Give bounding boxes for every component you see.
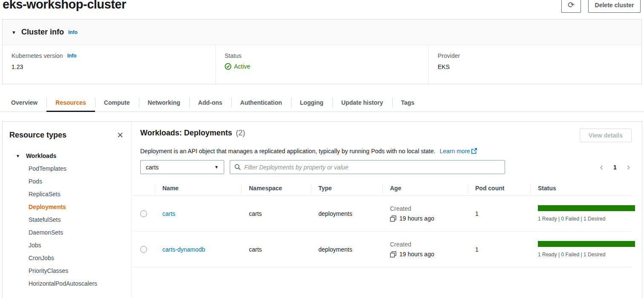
table-row: carts-dynamodb carts deployments Created…: [133, 232, 632, 267]
sidebar-item-horizontalpodautoscalers[interactable]: HorizontalPodAutoscalers: [29, 277, 124, 290]
filter-row: carts ▼ ‹ 1 ›: [140, 160, 632, 174]
namespace-filter-dropdown[interactable]: carts ▼: [140, 160, 224, 174]
column-select: [133, 181, 155, 195]
status-label: Status: [225, 52, 420, 59]
column-name: Name: [155, 181, 241, 195]
status-field: Status Active: [215, 45, 428, 84]
column-namespace: Namespace: [241, 181, 311, 195]
external-link-icon: [471, 148, 477, 154]
tab-overview[interactable]: Overview: [2, 93, 46, 112]
cell-namespace: carts: [241, 232, 311, 267]
check-circle-icon: [225, 63, 231, 70]
page-header: eks-workshop-cluster ⟳ Delete cluster: [0, 0, 644, 17]
sidebar-item-cronjobs[interactable]: CronJobs: [29, 252, 124, 264]
deployments-title: Workloads: Deployments: [140, 129, 232, 137]
sidebar-item-deployments[interactable]: Deployments: [29, 201, 124, 213]
tab-compute[interactable]: Compute: [95, 93, 139, 112]
cluster-info-header[interactable]: ▼ Cluster info Info: [3, 20, 641, 45]
sidebar-item-priorityclasses[interactable]: PriorityClasses: [29, 264, 124, 277]
column-pod-count: Pod count: [468, 181, 530, 195]
learn-more-label: Learn more: [440, 148, 471, 155]
status-value-text: Active: [234, 63, 250, 70]
page-title: eks-workshop-cluster: [3, 0, 126, 11]
cluster-info-info-link[interactable]: Info: [68, 29, 78, 35]
page-number[interactable]: 1: [613, 164, 617, 171]
age-created-label: Created: [390, 241, 411, 248]
table-header: Name Namespace Type Age Pod count Status: [133, 181, 632, 196]
deployments-description: Deployment is an API object that manages…: [140, 148, 632, 155]
cell-type: deployments: [311, 196, 382, 231]
chevron-left-icon[interactable]: ‹: [600, 163, 603, 172]
refresh-icon: ⟳: [568, 0, 575, 10]
kubernetes-version-field: Kubernetes version Info 1.23: [3, 45, 215, 84]
age-created-label: Created: [390, 205, 411, 212]
search-box[interactable]: [230, 160, 505, 174]
table-row: carts carts deployments Created 19 hours…: [133, 196, 632, 232]
search-input[interactable]: [244, 164, 500, 171]
resource-types-sidebar: Resource types ✕ ▼ Workloads PodTemplate…: [3, 122, 132, 298]
status-value: Active: [225, 63, 420, 70]
cell-type: deployments: [311, 232, 382, 267]
status-bar: [538, 205, 635, 211]
cell-namespace: carts: [241, 196, 311, 231]
row-radio-button[interactable]: [140, 210, 147, 217]
tab-resources[interactable]: Resources: [46, 93, 95, 112]
deployments-count: (2): [236, 129, 245, 137]
cell-status: 1 Ready | 0 Failed | 1 Desired: [530, 196, 632, 231]
view-details-button[interactable]: View details: [580, 129, 632, 142]
resources-panel: Resource types ✕ ▼ Workloads PodTemplate…: [2, 121, 642, 298]
status-text: 1 Ready | 0 Failed | 1 Desired: [538, 216, 605, 222]
provider-field: Provider EKS: [428, 45, 641, 84]
sidebar-item-podtemplates[interactable]: PodTemplates: [29, 162, 124, 175]
sidebar-item-replicasets[interactable]: ReplicaSets: [29, 188, 124, 201]
cell-status: 1 Ready | 0 Failed | 1 Desired: [530, 232, 632, 267]
learn-more-link[interactable]: Learn more: [440, 148, 477, 155]
chevron-down-icon[interactable]: ▼: [16, 154, 20, 158]
deployments-table: Name Namespace Type Age Pod count Status…: [133, 181, 632, 267]
cell-age: Created 19 hours ago: [382, 196, 468, 231]
copy-icon[interactable]: [390, 251, 396, 258]
kubernetes-version-info-link[interactable]: Info: [67, 53, 77, 59]
tab-tags[interactable]: Tags: [392, 93, 424, 112]
sidebar-item-daemonsets[interactable]: DaemonSets: [29, 226, 124, 239]
tab-authentication[interactable]: Authentication: [231, 93, 291, 112]
pagination: ‹ 1 ›: [600, 163, 632, 172]
chevron-right-icon[interactable]: ›: [627, 163, 630, 172]
tab-add-ons[interactable]: Add-ons: [189, 93, 231, 112]
row-radio-button[interactable]: [140, 246, 147, 253]
kubernetes-version-label: Kubernetes version Info: [12, 52, 207, 59]
dropdown-value: carts: [146, 164, 159, 171]
column-age: Age: [382, 181, 468, 195]
tab-update-history[interactable]: Update history: [332, 93, 392, 112]
column-type: Type: [311, 181, 382, 195]
cluster-info-body: Kubernetes version Info 1.23 Status Acti…: [3, 45, 641, 84]
kubernetes-version-value: 1.23: [12, 63, 207, 70]
sidebar-item-statefulsets[interactable]: StatefulSets: [29, 213, 124, 226]
refresh-button[interactable]: ⟳: [561, 0, 581, 13]
resource-tree: ▼ Workloads PodTemplates Pods ReplicaSet…: [9, 152, 124, 290]
dropdown-caret-icon: ▼: [214, 165, 219, 169]
sidebar-title: Resource types: [9, 131, 66, 140]
cell-pod-count: 1: [468, 196, 530, 231]
tree-group-label: Workloads: [26, 152, 56, 159]
cell-age: Created 19 hours ago: [382, 232, 468, 267]
copy-icon[interactable]: [390, 215, 396, 222]
sidebar-item-pods[interactable]: Pods: [29, 175, 124, 188]
deployment-link[interactable]: carts: [162, 210, 175, 217]
delete-cluster-button[interactable]: Delete cluster: [588, 0, 641, 13]
status-bar: [538, 241, 635, 247]
column-status: Status: [530, 181, 632, 195]
sidebar-item-jobs[interactable]: Jobs: [29, 239, 124, 252]
cluster-info-title: Cluster info: [21, 28, 64, 37]
kubernetes-version-label-text: Kubernetes version: [12, 52, 63, 59]
age-value: 19 hours ago: [399, 251, 434, 258]
tab-logging[interactable]: Logging: [291, 93, 332, 112]
collapse-caret-icon[interactable]: ▼: [12, 30, 16, 35]
tree-group-workloads[interactable]: ▼ Workloads: [9, 152, 124, 159]
provider-label: Provider: [438, 52, 633, 59]
close-icon[interactable]: ✕: [117, 131, 124, 139]
deployment-link[interactable]: carts-dynamodb: [162, 246, 205, 253]
cell-pod-count: 1: [468, 232, 530, 267]
description-text: Deployment is an API object that manages…: [140, 148, 436, 155]
tab-networking[interactable]: Networking: [139, 93, 189, 112]
